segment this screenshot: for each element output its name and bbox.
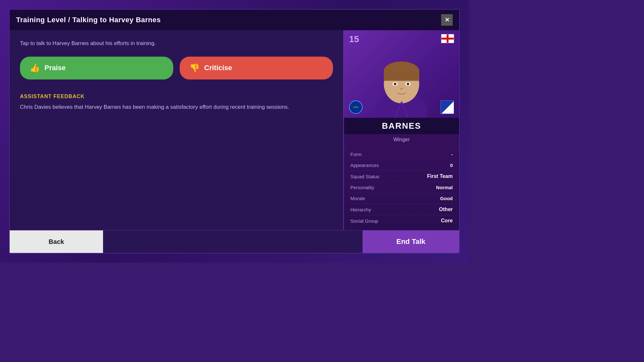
stat-label: Social Group xyxy=(350,218,378,224)
stat-value: Normal xyxy=(436,185,453,190)
stat-value: Core xyxy=(441,218,453,224)
svg-point-7 xyxy=(394,83,396,85)
card-name-row: BARNES xyxy=(344,118,459,134)
criticise-button[interactable]: Criticise xyxy=(180,57,333,79)
dialog-title: Training Level / Talking to Harvey Barne… xyxy=(16,16,161,24)
stat-value: Good xyxy=(440,196,453,201)
stat-value: - xyxy=(451,152,453,157)
stat-row: Appearances0 xyxy=(350,160,453,171)
praise-label: Praise xyxy=(44,64,66,72)
stat-row: Squad StatusFirst Team xyxy=(350,171,453,182)
thumbs-down-icon xyxy=(189,63,200,73)
stat-value: First Team xyxy=(427,173,453,179)
player-image xyxy=(369,47,434,118)
stat-label: Squad Status xyxy=(350,174,379,179)
player-number: 15 xyxy=(349,34,359,44)
assistant-feedback-text: Chris Davies believes that Harvey Barnes… xyxy=(20,103,333,111)
stat-label: Personality xyxy=(350,185,374,190)
stat-row: Social GroupCore xyxy=(350,215,453,226)
stat-row: PersonalityNormal xyxy=(350,182,453,193)
player-position: Winger xyxy=(344,135,459,145)
stat-label: Appearances xyxy=(350,162,379,168)
footer-spacer xyxy=(103,230,363,253)
main-panel: Tap to talk to Harvey Barnes about his e… xyxy=(10,30,343,230)
end-talk-button[interactable]: End Talk xyxy=(363,230,459,253)
svg-point-9 xyxy=(400,88,403,90)
stat-label: Form xyxy=(350,152,362,157)
dialog-footer: Back End Talk xyxy=(10,230,459,253)
dialog-body: Tap to talk to Harvey Barnes about his e… xyxy=(10,30,459,230)
assistant-feedback-section: ASSISTANT FEEDBACK Chris Davies believes… xyxy=(20,94,333,111)
stat-row: Form- xyxy=(350,149,453,160)
club-badge: LCFC xyxy=(349,100,363,114)
stat-label: Morale xyxy=(350,196,365,201)
criticise-label: Criticise xyxy=(204,64,232,72)
stat-value: 0 xyxy=(450,162,453,168)
svg-rect-4 xyxy=(384,71,419,81)
background: Training Level / Talking to Harvey Barne… xyxy=(0,0,469,263)
praise-button[interactable]: Praise xyxy=(20,57,173,79)
player-card: 15 xyxy=(343,30,459,230)
intro-text: Tap to talk to Harvey Barnes about his e… xyxy=(20,39,333,48)
thumbs-up-icon xyxy=(30,63,40,73)
svg-point-8 xyxy=(407,83,409,85)
close-button[interactable]: ✕ xyxy=(441,14,453,26)
kit-badge xyxy=(440,100,454,114)
dialog-container: Training Level / Talking to Harvey Barne… xyxy=(9,9,460,254)
stat-row: HierarchyOther xyxy=(350,204,453,215)
action-buttons: Praise Criticise xyxy=(20,57,333,79)
stat-row: MoraleGood xyxy=(350,193,453,204)
stat-label: Hierarchy xyxy=(350,207,371,212)
assistant-feedback-label: ASSISTANT FEEDBACK xyxy=(20,94,333,99)
card-top: 15 xyxy=(344,30,459,118)
dialog-header: Training Level / Talking to Harvey Barne… xyxy=(10,10,459,30)
stat-value: Other xyxy=(439,207,453,212)
player-stats: Form-Appearances0Squad StatusFirst TeamP… xyxy=(344,145,459,230)
england-flag xyxy=(441,34,454,43)
back-button[interactable]: Back xyxy=(10,230,103,253)
player-name: BARNES xyxy=(349,121,454,131)
